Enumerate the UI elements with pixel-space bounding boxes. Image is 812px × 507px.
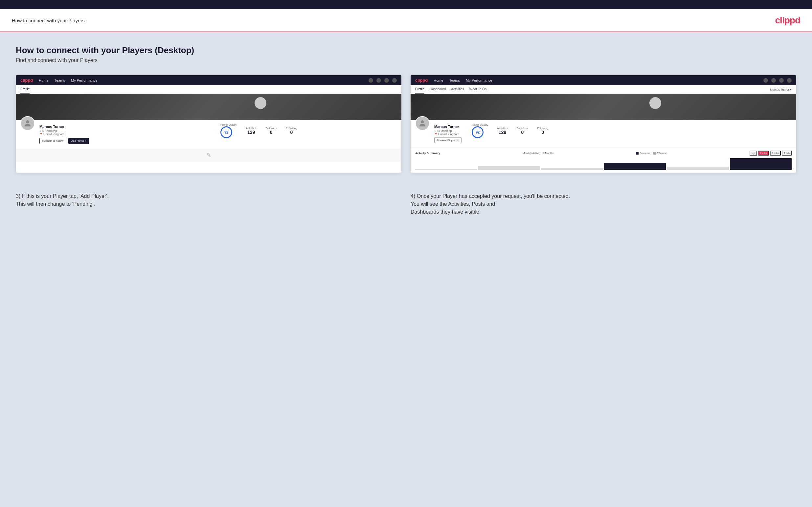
mock-following-left: Following 0 [286,127,297,135]
add-player-button[interactable]: Add Player + [68,138,89,144]
activity-period: Monthly Activity · 6 Months [523,152,554,155]
time-btn-3mths[interactable]: 3 mths [770,151,781,156]
mock-tabbar-right: Profile Dashboard Activities What To On … [411,85,796,94]
mock-location-left: 📍 United Kingdom [39,132,216,136]
main-content: How to connect with your Players (Deskto… [0,32,812,506]
activity-title: Activity Summary [415,152,440,155]
mock-nav-perf-left: My Performance [71,78,98,82]
mock-profile-section-right: Marcus Turner 1-5 Handicap 📍 United King… [411,120,796,148]
mock-location-right: 📍 United Kingdom [434,132,467,136]
mock-navbar-left: clippd Home Teams My Performance [16,75,401,85]
svg-point-1 [421,120,424,123]
user-icon [376,78,381,83]
time-btn-1mth[interactable]: 1 mth [782,151,792,156]
mock-quality-left: Player Quality 92 [220,123,237,138]
mock-buttons-left: Request to Follow Add Player + [39,138,216,144]
caption-right: 4) Once your Player has accepted your re… [411,184,796,216]
mock-player-name-right: Marcus Turner [434,123,467,129]
legend-on-course: On course [636,152,650,155]
tab-profile-right[interactable]: Profile [415,85,424,94]
mock-nav-teams-left: Teams [55,78,65,82]
mock-hero-left [16,94,401,120]
clippd-logo: clippd [775,15,800,25]
mock-pencil-area: ✎ [16,149,401,162]
top-bar [0,0,812,9]
mock-nav-perf-right: My Performance [466,78,492,82]
search-icon [368,78,373,83]
mock-hero-right [411,94,796,120]
caption-left: 3) If this is your Player tap, 'Add Play… [16,184,401,216]
mock-logo-right: clippd [415,78,428,83]
mock-activity-header: Activity Summary Monthly Activity · 6 Mo… [415,151,792,156]
page-title: How to connect with your Players (Deskto… [16,45,796,55]
close-icon: ✕ [456,138,459,142]
mock-nav-icons-right [763,78,792,83]
user-icon-right [771,78,776,83]
mock-avatar-right [415,116,429,130]
quality-circle-left: 92 [220,126,232,138]
header: How to connect with your Players clippd [0,9,812,32]
hero-circle-left [255,97,266,109]
mock-tabbar-left: Profile [16,85,401,94]
remove-player-button[interactable]: Remove Player ✕ [434,137,461,143]
chart-bar-1 [415,169,477,170]
pencil-icon: ✎ [206,152,211,159]
mock-chart [415,158,792,170]
mock-nav-icons-left [368,78,397,83]
mock-player-name-left: Marcus Turner [39,123,216,129]
mock-nav-home-right: Home [434,78,443,82]
chart-bar-2 [478,166,540,170]
tab-activities-right[interactable]: Activities [451,85,464,94]
caption-text-left: 3) If this is your Player tap, 'Add Play… [16,192,401,208]
mock-avatar-left [20,116,35,130]
settings-icon [384,78,389,83]
screenshots-row: clippd Home Teams My Performance Profile [16,75,796,173]
user-dropdown-right[interactable]: Marcus Turner ▾ [770,88,792,91]
mock-followers-right: Followers 0 [517,127,528,135]
legend-off-course: Off course [653,152,667,155]
chart-bar-5 [667,167,729,170]
chart-bar-4 [604,163,666,170]
mock-activities-right: Activities 129 [497,127,508,135]
tab-dashboard-right[interactable]: Dashboard [429,85,446,94]
mock-logo-left: clippd [20,78,33,83]
caption-text-right: 4) Once your Player has accepted your re… [411,192,796,216]
request-follow-button[interactable]: Request to Follow [39,138,66,144]
header-title: How to connect with your Players [12,18,85,23]
mock-stats-right: Player Quality 92 Activities 129 Followe… [472,123,792,138]
mock-nav-teams-right: Teams [449,78,460,82]
time-btn-1yr[interactable]: 1 yr [750,151,757,156]
globe-icon [392,78,397,83]
tab-profile-left[interactable]: Profile [20,85,30,94]
captions-row: 3) If this is your Player tap, 'Add Play… [16,184,796,216]
activity-legend: On course Off course [636,152,667,155]
mock-nav-home-left: Home [39,78,48,82]
mock-navbar-right: clippd Home Teams My Performance [411,75,796,85]
mock-activities-left: Activities 129 [246,127,257,135]
search-icon-right [763,78,768,83]
globe-icon-right [787,78,792,83]
settings-icon-right [779,78,784,83]
chart-bar-3 [541,168,603,170]
screenshot-right: clippd Home Teams My Performance Profile… [411,75,796,173]
mock-activity-summary: Activity Summary Monthly Activity · 6 Mo… [411,148,796,173]
mock-tabbar-right-left: Profile Dashboard Activities What To On [415,85,487,94]
svg-point-0 [26,120,29,123]
mock-following-right: Following 0 [538,127,549,135]
mock-followers-left: Followers 0 [265,127,276,135]
remove-player-btn-area: Remove Player ✕ [434,136,467,143]
screenshot-left: clippd Home Teams My Performance Profile [16,75,401,173]
page-subtitle: Find and connect with your Players [16,57,796,63]
hero-circle-right [649,97,661,109]
mock-profile-section-left: Marcus Turner 1-5 Handicap 📍 United King… [16,120,401,149]
chart-bar-6 [730,158,792,170]
tab-whattoworkon-right[interactable]: What To On [469,85,487,94]
legend-on-course-dot [636,152,639,155]
mock-handicap-left: 1-5 Handicap [39,129,216,132]
time-btn-6mths[interactable]: 6 mths [758,151,769,156]
mock-stats-left: Player Quality 92 Activities 129 Followe… [220,123,397,138]
quality-circle-right: 92 [472,126,484,138]
mock-quality-right: Player Quality 92 [472,123,488,138]
mock-handicap-right: 1-5 Handicap [434,129,467,132]
legend-off-course-dot [653,152,656,155]
